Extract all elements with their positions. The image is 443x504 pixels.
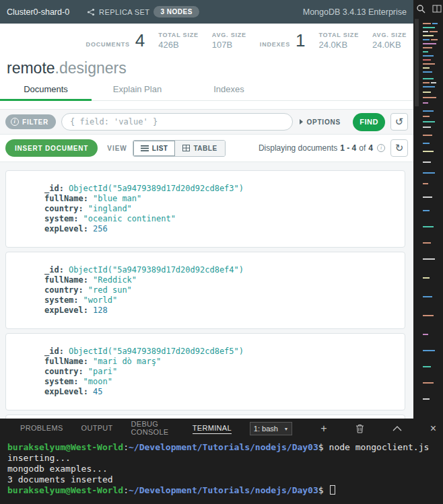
options-expand-icon	[300, 119, 303, 124]
refresh-documents-button[interactable]: ↻	[390, 139, 408, 157]
field-key: expLevel	[44, 224, 88, 233]
database-name: remote	[7, 59, 55, 77]
prompt-separator: :	[123, 485, 129, 495]
terminal-cursor	[330, 485, 335, 495]
total-size-label: TOTAL SIZE	[318, 32, 359, 38]
indexes-avg-size: AVG. SIZE 24.0KB	[372, 32, 407, 50]
terminal-output[interactable]: burakselyum@West-World:~/Development/Tut…	[0, 439, 443, 496]
displaying-range: 1 - 4	[340, 143, 356, 153]
field-value: ObjectId("5a9479389d17d20d92cd8ef4")	[69, 265, 244, 275]
search-icon[interactable]	[416, 4, 425, 13]
prompt-path: ~/Development/Tutorials/nodejs/Day03	[129, 442, 318, 452]
field-value: "blue man"	[93, 194, 141, 203]
document-field: system"oceanic continent"	[44, 214, 397, 224]
documents-count: 4	[135, 30, 145, 51]
indexes-count: 1	[296, 30, 305, 51]
field-value: "red sun"	[88, 285, 132, 295]
prompt-user: burakselyum@West-World	[7, 485, 123, 495]
shell-selector-value: 1: bash	[254, 425, 278, 433]
filter-button-label: FILTER	[22, 118, 48, 126]
nodes-count-badge: 3 NODES	[154, 6, 199, 17]
editor-actions	[413, 0, 443, 16]
find-button[interactable]: FIND	[353, 113, 385, 131]
document-field: country"ingland"	[44, 204, 397, 214]
kill-terminal-button[interactable]	[355, 424, 364, 433]
document-card[interactable]: _idObjectId("5a9479389d17d20d92cd8ef5") …	[5, 333, 405, 410]
document-field: _idObjectId("5a9479389d17d20d92cd8ef5")	[44, 347, 397, 357]
cluster-name: Cluster0-shard-0	[7, 7, 69, 17]
field-value: 256	[93, 224, 108, 233]
document-field: expLevel45	[44, 387, 397, 397]
document-card[interactable]: _idObjectId("5a9479389d17d20d92cd8ef3") …	[5, 170, 405, 248]
documents-stat-label: DOCUMENTS	[86, 41, 130, 48]
replica-set-icon	[87, 8, 95, 16]
avg-size-value: 24.0KB	[372, 40, 407, 50]
field-key: fullName	[44, 275, 88, 285]
insert-document-button[interactable]: INSERT DOCUMENT	[5, 139, 98, 157]
collection-name: .designers	[55, 59, 127, 77]
terminal-command: node mongoclient.js	[329, 442, 430, 452]
field-key: _id	[44, 347, 64, 356]
field-key: expLevel	[44, 305, 88, 315]
chevron-up-icon	[393, 426, 402, 431]
tab-problems[interactable]: PROBLEMS	[20, 424, 63, 433]
document-field: _idObjectId("5a9479389d17d20d92cd8ef4")	[44, 265, 397, 275]
field-value: "mari dò marş"	[93, 357, 161, 366]
history-icon: ↺	[395, 116, 404, 127]
namespace-title: remote.designers	[0, 58, 413, 79]
filter-button[interactable]: i FILTER	[5, 114, 56, 129]
field-key: fullName	[44, 194, 88, 203]
query-history-button[interactable]: ↺	[390, 113, 408, 131]
view-table-button[interactable]: TABLE	[175, 141, 224, 156]
info-icon[interactable]: i	[377, 144, 385, 152]
total-size-value: 24.0KB	[318, 40, 359, 50]
maximize-panel-button[interactable]	[393, 426, 402, 431]
list-label: LIST	[152, 145, 168, 152]
collection-stats: DOCUMENTS 4 TOTAL SIZE 426B AVG. SIZE 10…	[0, 24, 413, 58]
tab-documents[interactable]: Documents	[0, 79, 92, 100]
shell-selector[interactable]: 1: bash ▼	[250, 422, 292, 435]
view-toggle-group: LIST TABLE	[133, 140, 226, 157]
screen: Cluster0-shard-0 REPLICA SET 3 NODES Mon…	[0, 0, 443, 504]
mongodb-version: MongoDB 3.4.13 Enterprise	[303, 7, 407, 17]
terminal-line: burakselyum@West-World:~/Development/Tut…	[7, 442, 443, 453]
refresh-icon: ↻	[395, 142, 404, 153]
tab-explain-plan[interactable]: Explain Plan	[92, 79, 183, 100]
tab-debug-console[interactable]: DEBUG CONSOLE	[131, 420, 174, 437]
split-editor-icon[interactable]	[432, 4, 442, 13]
document-field: _idObjectId("5a9479389d17d20d92cd8ef3")	[44, 184, 397, 194]
panel-tabbar: PROBLEMS OUTPUT DEBUG CONSOLE TERMINAL 1…	[0, 419, 443, 439]
field-value: 45	[93, 387, 102, 396]
document-field: expLevel128	[44, 305, 397, 316]
pagination-status: Displaying documents 1 - 4 of 4 i	[259, 143, 385, 153]
editor-minimap[interactable]	[413, 16, 443, 417]
trash-icon	[355, 424, 364, 433]
terminal-line: inserting...	[7, 453, 443, 464]
field-key: expLevel	[44, 387, 88, 396]
document-field: country"pari"	[44, 367, 397, 377]
list-icon	[141, 145, 149, 151]
new-terminal-button[interactable]: +	[320, 423, 327, 434]
options-toggle[interactable]: OPTIONS	[300, 118, 341, 126]
view-list-button[interactable]: LIST	[133, 141, 176, 156]
info-icon: i	[11, 118, 19, 126]
vscode-editor-strip	[413, 0, 443, 419]
close-panel-button[interactable]: ×	[430, 423, 436, 434]
prompt-path: ~/Development/Tutorials/nodejs/Day03	[129, 485, 318, 495]
terminal-line: 3 documents inserted	[7, 474, 443, 485]
filter-query-input[interactable]	[61, 113, 293, 131]
mongodb-compass-window: Cluster0-shard-0 REPLICA SET 3 NODES Mon…	[0, 0, 413, 419]
document-field: system"moon"	[44, 377, 397, 387]
field-key: _id	[44, 184, 64, 193]
terminal-panel: PROBLEMS OUTPUT DEBUG CONSOLE TERMINAL 1…	[0, 419, 443, 504]
displaying-total: 4	[368, 143, 373, 153]
tab-terminal[interactable]: TERMINAL	[193, 424, 232, 434]
avg-size-value: 107B	[212, 40, 246, 50]
documents-total-size: TOTAL SIZE 426B	[158, 32, 199, 50]
close-icon: ×	[430, 423, 436, 434]
tab-output[interactable]: OUTPUT	[81, 424, 113, 433]
tab-indexes[interactable]: Indexes	[183, 79, 275, 100]
replica-set-info: REPLICA SET 3 NODES	[87, 6, 199, 17]
document-card[interactable]: _idObjectId("5a9479389d17d20d92cd8ef4") …	[5, 252, 405, 329]
documents-avg-size: AVG. SIZE 107B	[212, 32, 246, 50]
